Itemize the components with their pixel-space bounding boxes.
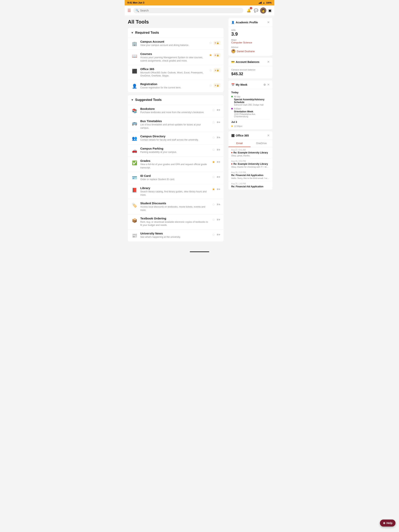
- campus-account-star[interactable]: ☆: [209, 41, 212, 45]
- event-allday-time: All day: [234, 95, 240, 98]
- office365-content: Office 365 Microsoft Office365 Suite: Ou…: [140, 67, 207, 78]
- jul3-time: 12:00pm: [234, 125, 242, 127]
- bookstore-star[interactable]: ☆: [212, 108, 215, 112]
- idcard-star[interactable]: ☆: [212, 175, 215, 179]
- campus-account-lock[interactable]: ≡ 🔒: [214, 41, 220, 45]
- registration-star[interactable]: ☆: [209, 83, 212, 88]
- account-balances-close[interactable]: ✕: [267, 60, 270, 64]
- idcard-desc: Order or replace Student ID card.: [140, 178, 210, 181]
- discounts-icon: 🏷️: [132, 203, 137, 208]
- office365-widget-close[interactable]: ✕: [267, 133, 270, 137]
- idcard-name: ID Card: [140, 174, 210, 177]
- notification-button[interactable]: 🔔 3: [246, 7, 252, 14]
- list-icon: ≡: [215, 54, 216, 56]
- news-add[interactable]: ≡+: [217, 233, 220, 236]
- news-icon: 📰: [132, 233, 137, 238]
- bookstore-desc: Purchase textbooks and more from the uni…: [140, 111, 210, 114]
- email-2-preview: Okay, thanks for checking with IT. I di…: [231, 166, 270, 168]
- event-allday-dot: [231, 96, 233, 97]
- textbook-icon: 📦: [132, 218, 137, 223]
- discounts-star[interactable]: ☆: [212, 202, 215, 207]
- bus-actions: ☆ ≡+: [212, 120, 220, 124]
- discounts-desc: Access local discounts on textbooks, mov…: [140, 205, 210, 212]
- office365-star[interactable]: ☆: [209, 68, 212, 72]
- suggested-tools-header[interactable]: ▼ Suggested Tools: [128, 95, 224, 105]
- courses-lock[interactable]: ≡ 🔒: [214, 53, 220, 57]
- hamburger-button[interactable]: ☰: [127, 8, 131, 13]
- office365-widget-header: ⬛ Office 365 ✕: [229, 131, 272, 140]
- jul3-row: 12:00pm: [231, 125, 270, 127]
- email-item-1[interactable]: Aug 27, 8:41 AM Re: Example University L…: [229, 147, 272, 158]
- email-item-4[interactable]: Aug 25, 1:43 PM Re: Financial Aid Applic…: [229, 181, 272, 190]
- account-balances-icon: 💳: [231, 60, 235, 63]
- search-input[interactable]: [140, 9, 241, 12]
- textbook-icon-wrap: 📦: [131, 217, 138, 224]
- grades-icon-wrap: ✅: [131, 159, 138, 166]
- academic-profile-title: Academic Profile: [236, 21, 258, 24]
- bus-add[interactable]: ≡+: [217, 120, 220, 124]
- email-item-2[interactable]: Aug 26, 3:53 PM Re: Example University L…: [229, 158, 272, 170]
- discounts-add[interactable]: ≡+: [217, 203, 220, 206]
- sidebar-toggle-button[interactable]: ▣: [268, 8, 272, 13]
- account-balances-widget: 💳 Account Balances ✕ Campus account bala…: [229, 58, 272, 78]
- required-tools-header[interactable]: ▼ Required Tools: [128, 28, 224, 37]
- my-week-title: My Week: [236, 83, 247, 86]
- grades-star[interactable]: ★: [212, 160, 215, 164]
- bus-star[interactable]: ☆: [212, 120, 215, 124]
- email-item-3[interactable]: Aug 25, 2:15 PM Re: Financial Aid Applic…: [229, 170, 272, 181]
- search-bar[interactable]: 🔍: [133, 8, 243, 13]
- email-4-subject-row: Re: Financial Aid Application: [231, 185, 270, 188]
- tool-university-news: 📰 University News See what's happening a…: [128, 229, 224, 241]
- tab-email[interactable]: Email: [229, 140, 251, 147]
- my-week-close[interactable]: ✕: [267, 83, 270, 86]
- library-add[interactable]: ≡+: [217, 188, 220, 191]
- directory-star[interactable]: ☆: [212, 135, 215, 140]
- parking-add[interactable]: ≡+: [217, 148, 220, 152]
- avatar[interactable]: 👩: [260, 7, 266, 14]
- registration-lock[interactable]: ≡ 🔒: [214, 83, 220, 88]
- email-4-subject: Re: Financial Aid Application: [231, 185, 264, 188]
- event-orientation-location: 1015 Philadelphia Ave, Chambersburg: [231, 113, 270, 118]
- event-orientation-name: Orientation Week: [231, 110, 270, 113]
- left-panel: All Tools ▼ Required Tools 🏢 Campus Acco…: [125, 16, 227, 248]
- news-desc: See what's happening at the university.: [140, 235, 210, 239]
- page-title: All Tools: [128, 19, 224, 25]
- idcard-add[interactable]: ≡+: [217, 175, 220, 179]
- courses-star[interactable]: ★: [209, 53, 212, 57]
- my-week-settings-button[interactable]: ⚙: [264, 83, 266, 86]
- campus-account-icon: 🏢: [132, 41, 137, 46]
- bookstore-add[interactable]: ≡+: [217, 108, 220, 112]
- news-star[interactable]: ☆: [212, 233, 215, 237]
- courses-name: Courses: [140, 52, 207, 56]
- textbook-add[interactable]: ≡+: [217, 218, 220, 222]
- grades-add[interactable]: ≡+: [217, 160, 220, 164]
- courses-icon: 📖: [132, 54, 137, 59]
- status-time: 9:41 Mon Jun 3: [127, 1, 144, 4]
- grades-desc: View a full-list of your grades and GPA …: [140, 163, 210, 169]
- academic-profile-close[interactable]: ✕: [267, 20, 270, 24]
- library-star[interactable]: ★: [212, 187, 215, 191]
- parking-star[interactable]: ☆: [212, 148, 215, 152]
- library-desc: Search library catalog, find library gui…: [140, 190, 210, 197]
- directory-add[interactable]: ≡+: [217, 136, 220, 139]
- calendar-icon: 📅: [231, 83, 235, 86]
- suggested-tools-section: ▼ Suggested Tools 📚 Bookstore Purchase t…: [128, 95, 224, 241]
- major-value: Computer Science: [231, 41, 270, 44]
- courses-desc: Access your Learning Management System t…: [140, 56, 207, 63]
- tab-onedrive[interactable]: OneDrive: [251, 140, 273, 147]
- textbook-star[interactable]: ☆: [212, 217, 215, 222]
- home-bar: [190, 251, 209, 252]
- event-allday-time-row: All day: [231, 95, 270, 98]
- office365-lock[interactable]: ≡ 🔒: [214, 68, 220, 72]
- chat-button[interactable]: 💬: [254, 8, 258, 13]
- bus-icon-wrap: 🚌: [131, 120, 138, 127]
- parking-name: Campus Parking: [140, 147, 210, 150]
- tool-student-discounts: 🏷️ Student Discounts Access local discou…: [128, 199, 224, 214]
- textbook-desc: Rent, buy, or download available electro…: [140, 221, 210, 227]
- battery-indicator: 100%: [266, 1, 272, 4]
- bookstore-name: Bookstore: [140, 107, 210, 110]
- required-tools-label: Required Tools: [135, 31, 159, 35]
- jul3-label: Jul 3: [231, 120, 270, 123]
- tool-office365: ⬛ Office 365 Microsoft Office365 Suite: …: [128, 65, 224, 80]
- directory-actions: ☆ ≡+: [212, 135, 220, 140]
